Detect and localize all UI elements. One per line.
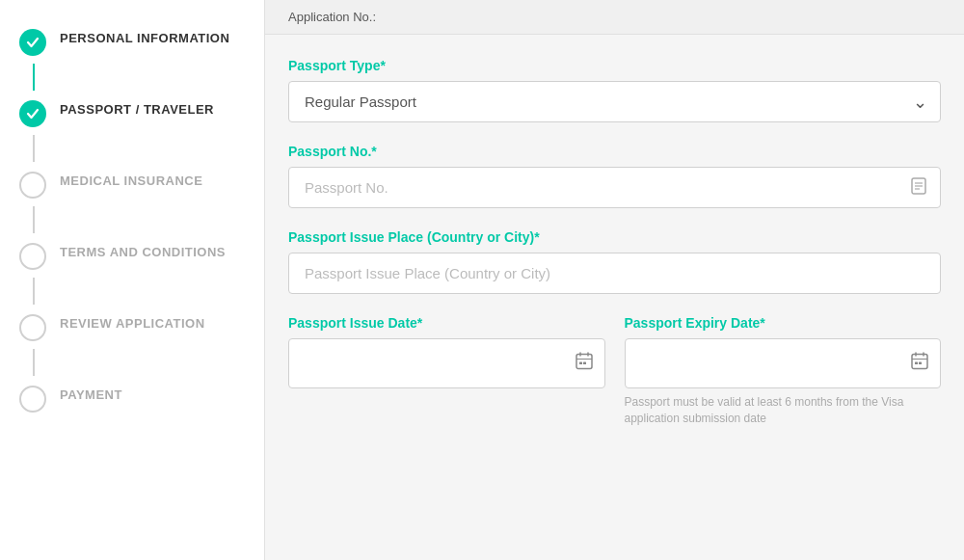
passport-issue-place-label: Passport Issue Place (Country or City)* — [288, 229, 941, 245]
svg-rect-8 — [579, 362, 582, 365]
step-circle-medical — [19, 172, 46, 199]
application-number-bar: Application No.: — [265, 0, 964, 35]
step-circle-terms — [19, 243, 46, 270]
sidebar-item-personal-information[interactable]: PERSONAL INFORMATION — [0, 19, 264, 64]
calendar-icon-issue — [575, 352, 594, 376]
passport-type-select[interactable]: Regular Passport Official Passport Diplo… — [288, 81, 941, 122]
passport-issue-place-input[interactable] — [288, 253, 941, 294]
dates-row: Passport Issue Date* — [288, 315, 941, 448]
passport-no-group: Passport No.* — [288, 144, 941, 208]
sidebar-item-medical-insurance[interactable]: MEDICAL INSURANCE — [0, 162, 264, 206]
svg-rect-4 — [576, 355, 592, 369]
step-circle-review — [19, 314, 46, 341]
connector-3 — [33, 206, 35, 233]
step-label-terms: TERMS AND CONDITIONS — [60, 241, 226, 259]
svg-rect-10 — [912, 355, 927, 369]
passport-issue-date-wrapper — [288, 338, 605, 388]
passport-expiry-date-group: Passport Expiry Date* — [625, 315, 942, 427]
connector-1 — [33, 64, 35, 91]
main-content: Application No.: Passport Type* Regular … — [265, 0, 964, 560]
passport-issue-date-input[interactable] — [288, 338, 605, 388]
passport-type-label: Passport Type* — [288, 58, 941, 73]
svg-rect-9 — [583, 362, 586, 365]
passport-no-label: Passport No.* — [288, 144, 941, 159]
step-completed-icon-personal — [19, 29, 46, 56]
form-area: Passport Type* Regular Passport Official… — [265, 35, 964, 471]
connector-5 — [33, 349, 35, 376]
step-label-personal: PERSONAL INFORMATION — [60, 27, 229, 45]
passport-issue-date-col: Passport Issue Date* — [288, 315, 605, 448]
step-label-review: REVIEW APPLICATION — [60, 312, 205, 331]
step-label-payment: PAYMENT — [60, 384, 122, 402]
sidebar-item-passport-traveler[interactable]: PASSPORT / TRAVELER — [0, 91, 264, 135]
passport-issue-date-group: Passport Issue Date* — [288, 315, 605, 388]
passport-no-input[interactable] — [288, 167, 941, 208]
passport-expiry-date-wrapper — [625, 338, 942, 388]
calendar-icon-expiry — [910, 352, 929, 376]
passport-expiry-date-col: Passport Expiry Date* — [625, 315, 942, 448]
passport-expiry-date-input[interactable] — [625, 338, 942, 388]
step-completed-icon-passport — [19, 100, 46, 127]
app-no-label: Application No.: — [288, 10, 376, 24]
passport-type-select-wrapper: Regular Passport Official Passport Diplo… — [288, 81, 941, 122]
connector-4 — [33, 278, 35, 305]
step-label-passport: PASSPORT / TRAVELER — [60, 98, 214, 117]
passport-no-input-wrapper — [288, 167, 941, 208]
passport-issue-date-label: Passport Issue Date* — [288, 315, 605, 331]
svg-rect-15 — [919, 362, 922, 365]
svg-rect-14 — [915, 362, 918, 365]
step-label-medical: MEDICAL INSURANCE — [60, 170, 202, 188]
sidebar: PERSONAL INFORMATION PASSPORT / TRAVELER… — [0, 0, 265, 560]
passport-type-group: Passport Type* Regular Passport Official… — [288, 58, 941, 122]
sidebar-item-terms[interactable]: TERMS AND CONDITIONS — [0, 233, 264, 278]
sidebar-item-payment[interactable]: PAYMENT — [0, 376, 264, 420]
passport-icon — [910, 177, 927, 199]
passport-expiry-hint: Passport must be valid at least 6 months… — [625, 394, 942, 427]
connector-2 — [33, 135, 35, 162]
passport-expiry-date-label: Passport Expiry Date* — [625, 315, 942, 331]
sidebar-item-review[interactable]: REVIEW APPLICATION — [0, 305, 264, 349]
passport-issue-place-group: Passport Issue Place (Country or City)* — [288, 229, 941, 294]
step-circle-payment — [19, 386, 46, 413]
